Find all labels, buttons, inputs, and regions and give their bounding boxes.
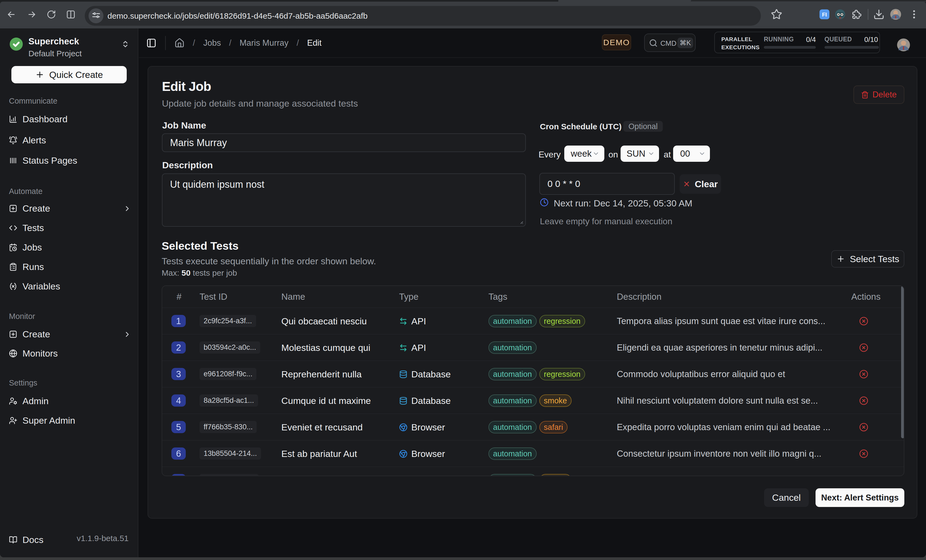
svg-text:FI: FI: [822, 12, 827, 18]
